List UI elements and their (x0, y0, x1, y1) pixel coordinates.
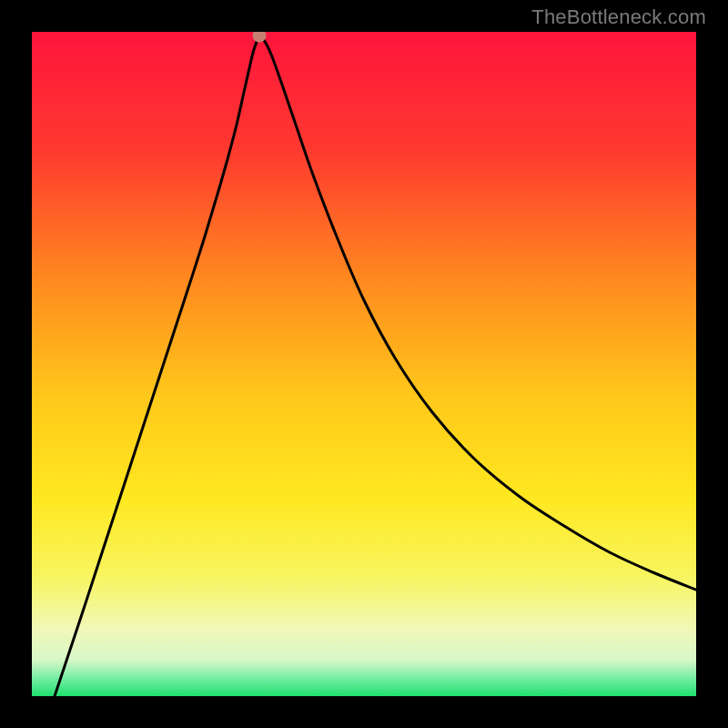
plot-area (32, 32, 696, 696)
bottleneck-curve (55, 35, 696, 696)
chart-frame: TheBottleneck.com (0, 0, 728, 728)
curve-layer (32, 32, 696, 696)
watermark-text: TheBottleneck.com (531, 5, 706, 29)
